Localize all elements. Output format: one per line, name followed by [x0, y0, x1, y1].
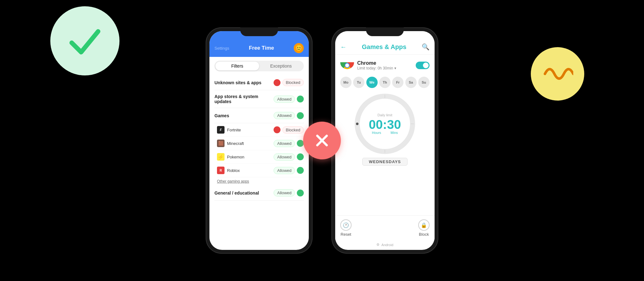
block-label: Block: [419, 232, 429, 237]
svg-point-11: [356, 123, 358, 125]
timer-inner: Daily limit 00:30 Hours Mins: [369, 113, 401, 135]
day-th[interactable]: Th: [379, 77, 391, 88]
day-sa[interactable]: Sa: [405, 77, 417, 88]
app-stores-label: App stores & system updates: [214, 94, 271, 104]
block-button[interactable]: 🔒 Block: [418, 219, 430, 237]
mins-label: Mins: [391, 131, 398, 135]
pokemon-icon: ⚡: [217, 153, 225, 161]
reset-button[interactable]: 🕐 Reset: [340, 219, 352, 237]
filter-tabs: Filters Exceptions: [214, 61, 304, 71]
svg-point-5: [345, 63, 349, 67]
sub-row-roblox: R Roblox Allowed: [217, 164, 304, 177]
minecraft-label: Minecraft: [227, 141, 244, 146]
x-icon: [313, 131, 331, 150]
minecraft-icon: 🟫: [217, 140, 225, 147]
deco-x-circle: [303, 122, 341, 159]
fortnite-label: Fortnite: [227, 128, 241, 132]
educational-badge[interactable]: Allowed: [274, 189, 304, 196]
avatar[interactable]: 😊: [294, 43, 304, 53]
fortnite-blocked-dot: [274, 126, 280, 133]
filter-row-unknown-sites: Unknown sites & apps Blocked: [214, 75, 304, 90]
tab-exceptions[interactable]: Exceptions: [259, 62, 303, 70]
free-time-title: Free Time: [229, 45, 294, 51]
filter-row-app-stores: App stores & system updates Allowed: [214, 90, 304, 108]
blocked-badge-text: Blocked: [282, 79, 304, 86]
phone-2-notch: [366, 27, 404, 36]
timer-ring: Daily limit 00:30 Hours Mins: [353, 92, 416, 155]
reset-icon: 🕐: [340, 219, 352, 231]
chevron-down-icon: ▾: [394, 66, 396, 70]
daily-limit-label: Daily limit: [369, 113, 401, 117]
pokemon-badge[interactable]: Allowed: [274, 153, 304, 161]
fortnite-badge[interactable]: Blocked: [274, 126, 304, 134]
games-allowed-text: Allowed: [274, 112, 295, 119]
hours-label: Hours: [372, 131, 381, 135]
chrome-limit-text: Limit today: 0h 30min: [357, 66, 393, 70]
roblox-label: Roblox: [227, 168, 240, 173]
timer-container: Daily limit 00:30 Hours Mins WEDNESDAYS: [340, 92, 430, 166]
pokemon-label: Pokemon: [227, 155, 244, 159]
day-su[interactable]: Su: [418, 77, 430, 88]
educational-status: Allowed: [274, 189, 295, 196]
educational-dot: [297, 190, 304, 196]
phone-1: Settings Free Time 😊 Filters Exceptions …: [206, 27, 313, 254]
roblox-status: Allowed: [274, 167, 295, 174]
days-row: Mo Tu We Th Fr Sa Su: [340, 77, 430, 88]
phone-1-screen: Settings Free Time 😊 Filters Exceptions …: [209, 31, 309, 250]
minecraft-badge[interactable]: Allowed: [274, 140, 304, 147]
educational-label: General / educational: [214, 190, 259, 196]
sub-row-pokemon: ⚡ Pokemon Allowed: [217, 150, 304, 164]
minecraft-dot: [297, 140, 304, 147]
pokemon-left: ⚡ Pokemon: [217, 153, 244, 161]
allowed-dot: [297, 96, 304, 102]
unknown-sites-label: Unknown sites & apps: [214, 80, 261, 85]
timer-time: 00:30: [369, 118, 401, 131]
settings-label[interactable]: Settings: [214, 46, 229, 51]
chrome-row: Chrome Limit today: 0h 30min ▾: [340, 58, 430, 72]
chrome-info: Chrome Limit today: 0h 30min ▾: [357, 60, 413, 70]
chrome-icon: [340, 58, 354, 72]
wave-icon: [542, 61, 573, 86]
bottom-actions: 🕐 Reset 🔒 Block: [335, 215, 435, 240]
back-arrow[interactable]: ←: [340, 43, 347, 51]
filter-row-educational: General / educational Allowed: [214, 185, 304, 201]
fortnite-status: Blocked: [282, 126, 304, 134]
roblox-dot: [297, 167, 304, 174]
app-stores-badge[interactable]: Allowed: [274, 96, 304, 103]
android-footer: ⚙ Android: [376, 243, 393, 247]
pokemon-dot: [297, 153, 304, 160]
search-icon[interactable]: 🔍: [422, 43, 430, 51]
unknown-sites-badge[interactable]: Blocked: [274, 79, 304, 86]
blocked-dot: [274, 79, 280, 86]
android-label: Android: [381, 243, 393, 247]
day-tu[interactable]: Tu: [353, 77, 364, 88]
games-badge[interactable]: Allowed: [274, 112, 304, 119]
scene: Settings Free Time 😊 Filters Exceptions …: [0, 0, 644, 281]
checkmark-icon: [66, 22, 104, 60]
day-mo[interactable]: Mo: [340, 77, 352, 88]
sub-row-fortnite: F Fortnite Blocked: [217, 123, 304, 137]
games-label: Games: [214, 113, 229, 118]
day-fr[interactable]: Fr: [392, 77, 403, 88]
reset-label: Reset: [341, 232, 351, 237]
roblox-left: R Roblox: [217, 167, 240, 174]
tab-filters[interactable]: Filters: [215, 62, 259, 70]
other-gaming-link[interactable]: Other gaming apps: [217, 177, 304, 185]
lock-icon: 🔒: [418, 219, 430, 231]
timer-day: WEDNESDAYS: [362, 158, 408, 166]
phone-1-notch: [240, 27, 278, 36]
sub-row-minecraft: 🟫 Minecraft Allowed: [217, 137, 304, 150]
roblox-badge[interactable]: Allowed: [274, 167, 304, 174]
filter-row-games: Games Allowed: [214, 108, 304, 123]
games-sub-rows: F Fortnite Blocked 🟫 Minecraft: [214, 123, 304, 185]
fortnite-icon: F: [217, 126, 225, 134]
allowed-badge-text: Allowed: [274, 96, 295, 103]
chrome-toggle[interactable]: [416, 62, 430, 69]
chrome-limit: Limit today: 0h 30min ▾: [357, 66, 413, 70]
fortnite-left: F Fortnite: [217, 126, 241, 134]
filters-content: Unknown sites & apps Blocked App stores …: [209, 75, 309, 250]
games-allowed-dot: [297, 112, 304, 119]
day-we[interactable]: We: [366, 77, 378, 88]
minecraft-status: Allowed: [274, 140, 295, 147]
phone-2: ← Games & Apps 🔍: [331, 27, 438, 254]
